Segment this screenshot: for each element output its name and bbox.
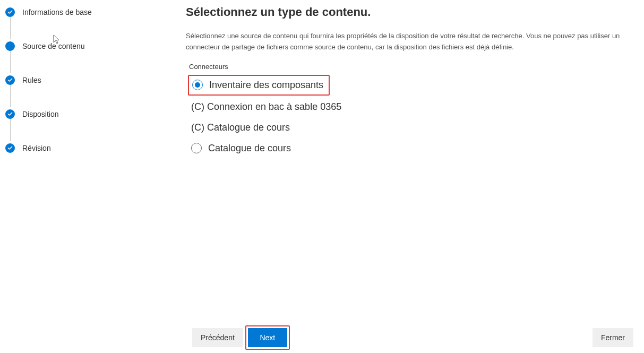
page-title: Sélectionnez un type de contenu. (186, 5, 633, 19)
wizard-footer: Précédent Next Fermer (0, 322, 644, 353)
close-button[interactable]: Fermer (593, 328, 633, 347)
option-catalogue-c: (C) Catalogue de cours (186, 117, 633, 138)
step-connector-line (10, 85, 11, 107)
radio-option-catalogue[interactable]: Catalogue de cours (186, 138, 633, 159)
step-connector-line (10, 119, 11, 141)
step-informations-de-base[interactable]: Informations de base (5, 5, 138, 19)
step-label: Rules (22, 76, 41, 84)
back-button[interactable]: Précédent (192, 328, 243, 347)
connector-options: Inventaire des composants (C) Connexion … (186, 75, 633, 159)
main-content: Sélectionnez un type de contenu. Sélecti… (186, 5, 633, 159)
step-rules[interactable]: Rules (5, 73, 138, 87)
step-label: Disposition (22, 110, 58, 118)
check-icon (5, 7, 15, 17)
page-description: Sélectionnez une source de contenu qui f… (186, 31, 621, 53)
next-button-highlight: Next (245, 325, 290, 350)
step-revision[interactable]: Révision (5, 141, 138, 155)
next-button[interactable]: Next (248, 328, 287, 347)
check-icon (5, 109, 15, 119)
step-label: Informations de base (22, 8, 92, 16)
step-label: Révision (22, 144, 51, 152)
option-label: (C) Connexion en bac à sable 0365 (191, 100, 341, 114)
check-icon (5, 143, 15, 153)
wizard-steps-sidebar: Informations de base Source de contenu R… (5, 5, 138, 175)
option-label: Catalogue de cours (208, 141, 291, 156)
option-label: Inventaire des composants (209, 78, 323, 92)
step-connector-line (10, 17, 11, 39)
step-source-de-contenu[interactable]: Source de contenu (5, 39, 138, 53)
radio-icon (191, 143, 202, 153)
active-step-icon (5, 41, 15, 51)
step-disposition[interactable]: Disposition (5, 107, 138, 121)
check-icon (5, 75, 15, 85)
option-label: (C) Catalogue de cours (191, 120, 290, 135)
radio-icon (192, 80, 203, 90)
step-connector-line (10, 51, 11, 73)
field-label-connecteurs: Connecteurs (189, 63, 633, 71)
step-label: Source de contenu (22, 42, 85, 50)
radio-option-inventaire[interactable]: Inventaire des composants (188, 75, 330, 96)
option-connexion-bac-sable: (C) Connexion en bac à sable 0365 (186, 97, 633, 117)
